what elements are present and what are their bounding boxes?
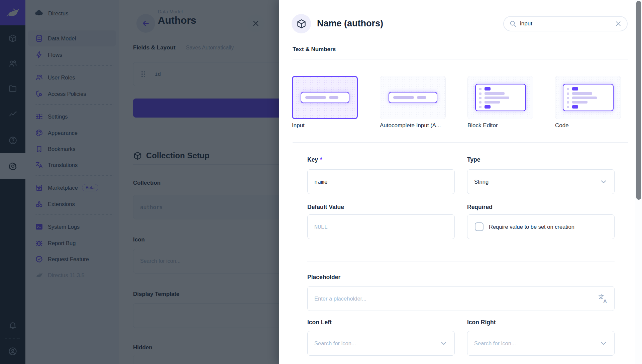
default-value-label: Default Value (307, 204, 344, 211)
input-illustration (389, 92, 437, 103)
search-icon (509, 20, 517, 27)
interface-card-label: Code (555, 122, 569, 129)
translate-icon[interactable]: A (598, 293, 608, 305)
search-input[interactable] (520, 20, 615, 27)
key-field-label: Key* (307, 156, 322, 163)
cube-icon (296, 19, 307, 29)
modal-overlay[interactable] (0, 0, 279, 364)
required-asterisk: * (320, 156, 322, 163)
key-input[interactable] (307, 169, 455, 194)
divider (293, 59, 628, 59)
interface-card-label: Input (292, 122, 305, 129)
drawer-icon-badge (292, 14, 311, 33)
chevron-down-icon (600, 339, 608, 347)
icon-left-select[interactable]: Search for icon... (307, 331, 455, 356)
input-illustration (301, 92, 349, 103)
divider (293, 142, 628, 143)
group-heading-text-numbers: Text & Numbers (293, 46, 336, 53)
placeholder-field-label: Placeholder (307, 274, 340, 281)
required-checkbox[interactable] (475, 222, 484, 231)
required-checkbox-label: Require value to be set on creation (489, 224, 574, 230)
interface-card-input[interactable] (292, 76, 358, 119)
interface-card-code[interactable] (555, 76, 621, 119)
interface-search[interactable] (503, 16, 628, 31)
required-checkbox-row[interactable]: Require value to be set on creation (467, 214, 615, 239)
icon-right-select[interactable]: Search for icon... (467, 331, 615, 356)
field-interface-drawer: Name (authors) Text & Numbers (279, 0, 642, 364)
svg-text:A: A (603, 298, 607, 304)
divider (307, 261, 615, 261)
icon-left-label: Icon Left (307, 319, 332, 326)
default-value-input[interactable] (307, 214, 455, 239)
icon-right-label: Icon Right (467, 319, 496, 326)
interface-card-label: Autocomplete Input (A... (380, 122, 441, 129)
chevron-down-icon (440, 339, 448, 347)
interface-card-autocomplete[interactable] (380, 76, 446, 119)
editor-illustration (563, 84, 614, 111)
placeholder-field: A (307, 286, 615, 311)
app-window: Data Model Authors Fields & Layout Saves… (0, 0, 642, 364)
interface-card-label: Block Editor (467, 122, 498, 129)
required-label: Required (467, 204, 493, 211)
drawer-title: Name (authors) (317, 18, 383, 29)
placeholder-input[interactable] (307, 286, 615, 311)
type-field-label: Type (467, 156, 480, 163)
clear-search-icon[interactable] (615, 20, 622, 27)
drawer-scrollbar-track[interactable] (635, 0, 642, 364)
chevron-down-icon (600, 178, 608, 186)
type-select[interactable]: String (467, 169, 615, 194)
drawer-scrollbar-thumb[interactable] (636, 1, 641, 200)
interface-card-block-editor[interactable] (467, 76, 533, 119)
editor-illustration (475, 84, 526, 111)
